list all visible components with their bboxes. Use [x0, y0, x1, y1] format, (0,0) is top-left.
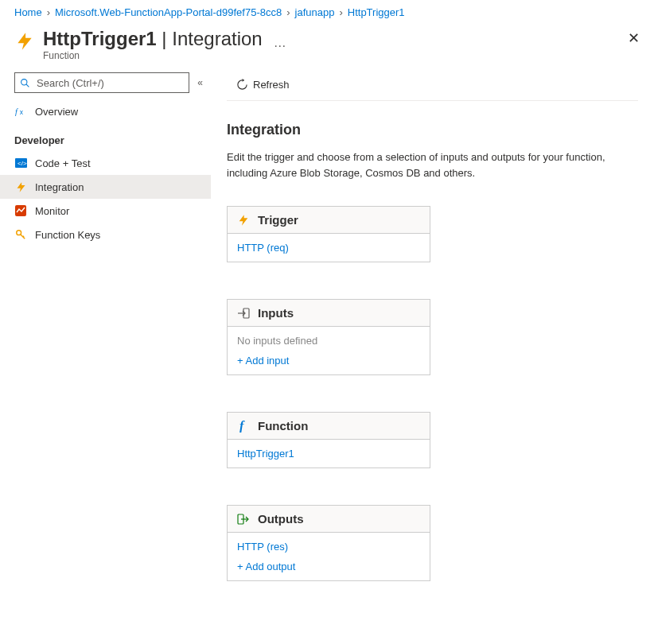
svg-point-0 — [21, 79, 27, 84]
more-menu-button[interactable]: … — [274, 36, 287, 50]
sidebar-item-code-test[interactable]: </> Code + Test — [0, 151, 211, 175]
chevron-right-icon: › — [339, 6, 342, 18]
search-icon — [20, 78, 30, 88]
page-title-main: HttpTrigger1 — [43, 28, 157, 49]
toolbar: Refresh — [227, 69, 638, 101]
main-content: Refresh Integration Edit the trigger and… — [211, 69, 654, 605]
lightning-icon — [237, 214, 250, 227]
sidebar-item-label: Integration — [35, 181, 84, 193]
output-arrow-icon — [237, 513, 250, 526]
overview-icon: fx — [14, 105, 27, 118]
function-lightning-icon — [14, 31, 35, 52]
function-f-icon: f — [237, 420, 250, 433]
input-arrow-icon — [237, 307, 250, 320]
breadcrumb-resource[interactable]: Microsoft.Web-FunctionApp-Portal-d99fef7… — [55, 6, 282, 18]
page-title-sub: Integration — [172, 28, 262, 49]
svg-text:f: f — [15, 107, 19, 116]
svg-text:f: f — [239, 420, 245, 433]
svg-line-9 — [23, 236, 24, 237]
refresh-label: Refresh — [253, 79, 290, 91]
card-trigger-header: Trigger — [228, 207, 430, 234]
chevron-right-icon: › — [286, 6, 290, 18]
card-title: Trigger — [258, 213, 298, 227]
search-input[interactable] — [35, 76, 184, 90]
sidebar-item-label: Function Keys — [35, 229, 100, 241]
page-subtitle: Function — [43, 50, 263, 61]
breadcrumb-function[interactable]: HttpTrigger1 — [348, 6, 405, 18]
add-input-button[interactable]: + Add input — [237, 355, 420, 367]
sidebar-item-monitor[interactable]: Monitor — [0, 199, 211, 223]
breadcrumb-home[interactable]: Home — [14, 6, 42, 18]
sidebar-item-label: Code + Test — [35, 157, 91, 169]
card-trigger: Trigger HTTP (req) — [227, 206, 430, 262]
svg-text:</>: </> — [18, 160, 27, 167]
card-function: f Function HttpTrigger1 — [227, 412, 430, 468]
page-title-separator: | — [157, 28, 173, 49]
page-title: HttpTrigger1 | Integration — [43, 28, 263, 50]
monitor-icon — [14, 204, 27, 217]
key-icon — [14, 228, 27, 241]
lightning-icon — [14, 180, 27, 193]
svg-text:x: x — [19, 108, 23, 116]
card-title: Outputs — [258, 512, 304, 526]
card-function-header: f Function — [228, 413, 430, 440]
sidebar-item-label: Monitor — [35, 205, 69, 217]
output-link[interactable]: HTTP (res) — [237, 541, 420, 553]
sidebar-item-integration[interactable]: Integration — [0, 175, 211, 199]
collapse-sidebar-button[interactable]: « — [197, 77, 200, 88]
function-link[interactable]: HttpTrigger1 — [237, 448, 420, 460]
close-button[interactable]: ✕ — [628, 29, 640, 47]
page-header: HttpTrigger1 | Integration Function … ✕ — [0, 21, 654, 69]
card-title: Inputs — [258, 306, 294, 320]
card-title: Function — [258, 419, 308, 433]
code-icon: </> — [14, 157, 27, 169]
search-box[interactable] — [14, 72, 189, 93]
section-heading: Integration — [227, 122, 638, 138]
refresh-button[interactable]: Refresh — [232, 76, 294, 94]
section-description: Edit the trigger and choose from a selec… — [227, 149, 638, 180]
add-output-button[interactable]: + Add output — [237, 561, 420, 572]
trigger-link[interactable]: HTTP (req) — [237, 242, 420, 254]
chevron-right-icon: › — [47, 6, 50, 18]
card-inputs-header: Inputs — [228, 300, 430, 327]
breadcrumb-app[interactable]: jafunapp — [295, 6, 335, 18]
card-outputs-header: Outputs — [228, 506, 430, 533]
inputs-empty-text: No inputs defined — [237, 335, 420, 347]
card-outputs: Outputs HTTP (res) + Add output — [227, 505, 430, 581]
card-inputs: Inputs No inputs defined + Add input — [227, 299, 430, 375]
refresh-icon — [236, 79, 248, 91]
svg-line-1 — [26, 84, 29, 87]
sidebar: « fx Overview Developer </> Code + Test … — [0, 69, 211, 605]
sidebar-item-overview[interactable]: fx Overview — [0, 99, 211, 123]
sidebar-group-developer: Developer — [0, 123, 211, 151]
sidebar-item-label: Overview — [35, 106, 78, 118]
sidebar-item-function-keys[interactable]: Function Keys — [0, 223, 211, 246]
breadcrumb: Home › Microsoft.Web-FunctionApp-Portal-… — [0, 0, 654, 21]
